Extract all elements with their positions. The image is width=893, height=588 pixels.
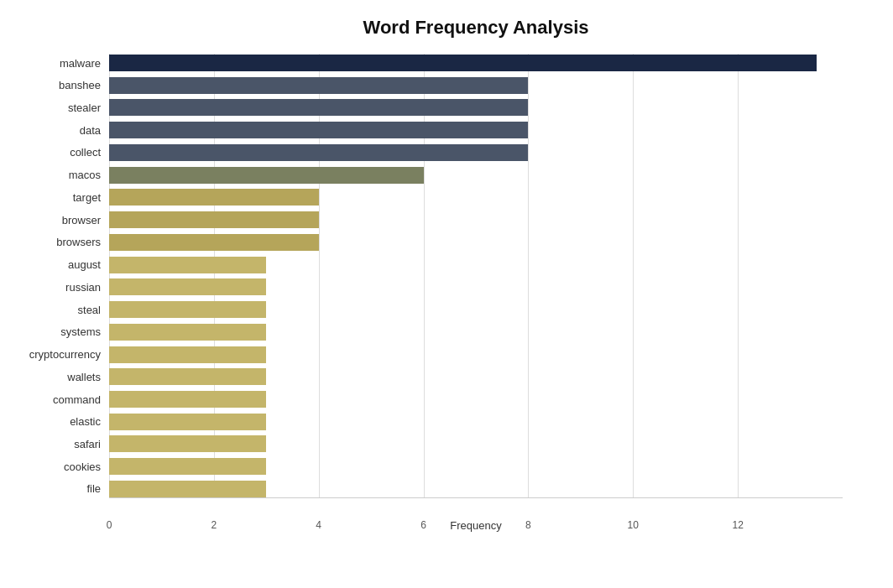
bar-track	[109, 122, 843, 138]
bar-track	[109, 77, 843, 94]
bar-label: malware	[0, 57, 109, 70]
bar-fill	[109, 481, 266, 497]
bar-track	[109, 234, 843, 251]
bar-label: macos	[0, 169, 109, 181]
bar-label: wallets	[0, 371, 109, 383]
bar-row: cryptocurrency	[109, 346, 843, 364]
bar-fill	[109, 189, 319, 206]
bar-label: elastic	[0, 415, 109, 428]
bar-fill	[109, 346, 266, 363]
bar-row: browsers	[109, 233, 843, 252]
bar-track	[109, 301, 843, 318]
bar-row: file	[109, 480, 843, 498]
bar-fill	[109, 167, 424, 184]
bar-row: august	[109, 256, 843, 274]
bar-row: data	[109, 121, 843, 139]
bar-fill	[109, 278, 266, 295]
bar-row: collect	[109, 143, 843, 162]
bar-label: safari	[0, 438, 109, 450]
bar-label: collect	[0, 146, 109, 159]
bar-track	[109, 458, 843, 475]
bar-row: browser	[109, 211, 843, 229]
bar-label: browsers	[0, 236, 109, 248]
bar-fill	[109, 234, 319, 251]
chart-container: Word Frequency Analysis malwarebansheest…	[0, 0, 893, 588]
bar-row: russian	[109, 278, 843, 296]
bar-fill	[109, 368, 266, 385]
bar-label: august	[0, 258, 109, 271]
bar-row: stealer	[109, 98, 843, 117]
bar-row: elastic	[109, 413, 843, 431]
bar-track	[109, 189, 843, 206]
bar-label: stealer	[0, 101, 109, 114]
bar-track	[109, 211, 843, 228]
bar-fill	[109, 211, 319, 228]
bar-label: command	[0, 393, 109, 406]
bar-track	[109, 481, 843, 497]
bar-track	[109, 99, 843, 116]
bar-row: banshee	[109, 76, 843, 95]
bar-track	[109, 55, 843, 71]
bar-track	[109, 324, 843, 341]
bar-label: banshee	[0, 79, 109, 91]
bar-row: cookies	[109, 457, 843, 476]
bar-label: data	[0, 124, 109, 137]
bar-track	[109, 414, 843, 430]
bar-track	[109, 346, 843, 363]
bar-row: malware	[109, 54, 843, 72]
bar-fill	[109, 99, 528, 116]
bar-fill	[109, 324, 266, 341]
bar-fill	[109, 301, 266, 318]
bar-label: target	[0, 191, 109, 204]
bar-track	[109, 391, 843, 408]
bar-label: russian	[0, 281, 109, 294]
bar-fill	[109, 257, 266, 273]
bar-row: command	[109, 390, 843, 408]
bar-label: file	[0, 482, 109, 495]
chart-area: malwarebansheestealerdatacollectmacostar…	[109, 54, 843, 532]
bar-label: browser	[0, 214, 109, 226]
bar-track	[109, 435, 843, 452]
bar-fill	[109, 144, 528, 161]
bar-label: cryptocurrency	[0, 348, 109, 361]
bar-fill	[109, 391, 266, 408]
chart-title: Word Frequency Analysis	[109, 17, 843, 39]
bar-row: systems	[109, 323, 843, 341]
bar-fill	[109, 55, 817, 71]
bar-label: cookies	[0, 461, 109, 473]
bar-label: systems	[0, 325, 109, 338]
bar-row: macos	[109, 166, 843, 185]
x-axis-title: Frequency	[109, 519, 843, 532]
bar-track	[109, 257, 843, 273]
bar-fill	[109, 122, 528, 138]
x-axis	[109, 497, 843, 498]
bar-track	[109, 368, 843, 385]
bar-fill	[109, 414, 266, 430]
bar-track	[109, 167, 843, 184]
bar-track	[109, 278, 843, 295]
bars-area: malwarebansheestealerdatacollectmacostar…	[109, 54, 843, 498]
bar-label: steal	[0, 304, 109, 316]
bar-fill	[109, 77, 528, 94]
bar-row: wallets	[109, 367, 843, 386]
bar-row: target	[109, 188, 843, 206]
bar-track	[109, 144, 843, 161]
bar-fill	[109, 458, 266, 475]
bar-fill	[109, 435, 266, 452]
bar-row: safari	[109, 434, 843, 453]
bar-row: steal	[109, 300, 843, 319]
